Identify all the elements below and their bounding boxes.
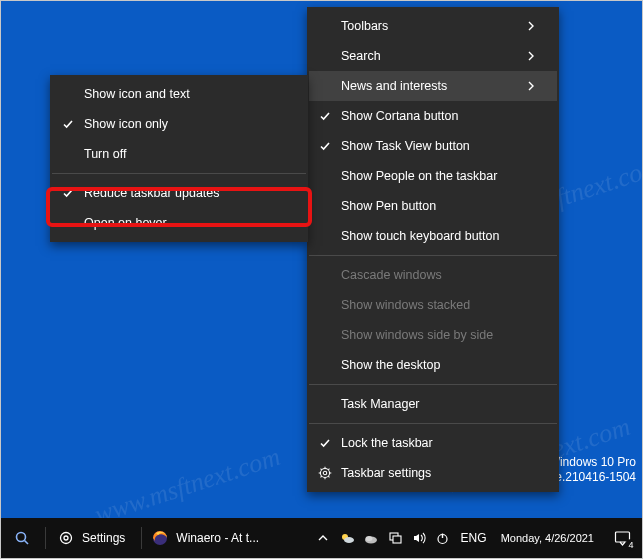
menu-item-label: Reduce taskbar updates (84, 186, 292, 200)
news-submenu-separator (52, 173, 306, 174)
menu-item-label: Cascade windows (341, 268, 543, 282)
system-tray: ENG Monday, 4/26/2021 4 (311, 518, 642, 558)
checkmark-icon (309, 140, 341, 152)
action-center-button[interactable]: 4 (602, 518, 642, 558)
news-submenu-item-show-icon-only[interactable]: Show icon only (52, 109, 306, 139)
menu-item-label: Taskbar settings (341, 466, 543, 480)
tray-chevron-up-icon[interactable] (311, 518, 335, 558)
chevron-right-icon (527, 51, 543, 61)
news-submenu-item-turn-off[interactable]: Turn off (52, 139, 306, 169)
firefox-icon (152, 530, 168, 546)
taskbar-menu-item-search[interactable]: Search (309, 41, 557, 71)
menu-item-label: Show windows side by side (341, 328, 543, 342)
taskbar-menu-item-news-and-interests[interactable]: News and interests (309, 71, 557, 101)
chevron-right-icon (527, 21, 543, 31)
checkmark-icon (309, 110, 341, 122)
taskbar-menu-item-show-pen-button[interactable]: Show Pen button (309, 191, 557, 221)
taskbar-menu-item-show-the-desktop[interactable]: Show the desktop (309, 350, 557, 380)
checkmark-icon (309, 437, 341, 449)
svg-line-11 (25, 541, 29, 545)
taskbar-menu-item-show-task-view-button[interactable]: Show Task View button (309, 131, 557, 161)
svg-line-6 (321, 469, 322, 470)
taskbar-menu-separator (309, 255, 557, 256)
menu-item-label: Show Task View button (341, 139, 543, 153)
checkmark-icon (52, 118, 84, 130)
network-icon[interactable] (383, 518, 407, 558)
search-icon (14, 530, 30, 546)
taskbar-menu-item-toolbars[interactable]: Toolbars (309, 11, 557, 41)
gear-icon (58, 530, 74, 546)
volume-icon[interactable] (407, 518, 431, 558)
taskbar-app-label: Settings (82, 531, 125, 545)
search-button[interactable] (1, 518, 43, 558)
gear-icon (309, 466, 341, 480)
svg-line-8 (321, 476, 322, 477)
watermark: www.msftnext.com (91, 442, 284, 530)
taskbar-menu-item-show-windows-side-by-side: Show windows side by side (309, 320, 557, 350)
taskbar-menu-item-show-touch-keyboard-button[interactable]: Show touch keyboard button (309, 221, 557, 251)
menu-item-label: News and interests (341, 79, 527, 93)
taskbar-app-label: Winaero - At t... (176, 531, 259, 545)
menu-item-label: Show touch keyboard button (341, 229, 543, 243)
taskbar-app-settings[interactable]: Settings (48, 518, 139, 558)
taskbar-menu-item-task-manager[interactable]: Task Manager (309, 389, 557, 419)
checkmark-icon (52, 187, 84, 199)
svg-point-10 (17, 533, 26, 542)
tray-input-language[interactable]: ENG (455, 518, 493, 558)
svg-point-0 (320, 468, 329, 477)
tray-date: Monday, 4/26/2021 (501, 532, 594, 545)
taskbar-menu-item-show-people-on-the-taskbar[interactable]: Show People on the taskbar (309, 161, 557, 191)
menu-item-label: Lock the taskbar (341, 436, 543, 450)
taskbar: Settings Winaero - At t... ENG Monday, (1, 518, 642, 558)
chevron-right-icon (527, 81, 543, 91)
menu-item-label: Show windows stacked (341, 298, 543, 312)
menu-item-label: Task Manager (341, 397, 543, 411)
menu-item-label: Turn off (84, 147, 292, 161)
power-icon[interactable] (431, 518, 455, 558)
svg-line-7 (328, 476, 329, 477)
menu-item-label: Show icon only (84, 117, 292, 131)
menu-item-label: Show Cortana button (341, 109, 543, 123)
taskbar-menu-separator (309, 423, 557, 424)
news-interests-submenu: Show icon and textShow icon onlyTurn off… (50, 75, 308, 242)
taskbar-menu-item-lock-the-taskbar[interactable]: Lock the taskbar (309, 428, 557, 458)
taskbar-menu-item-show-windows-stacked: Show windows stacked (309, 290, 557, 320)
notification-count-badge: 4 (625, 539, 637, 551)
taskbar-menu-item-show-cortana-button[interactable]: Show Cortana button (309, 101, 557, 131)
menu-item-label: Toolbars (341, 19, 527, 33)
svg-point-13 (64, 536, 68, 540)
news-submenu-item-open-on-hover[interactable]: Open on hover (52, 208, 306, 238)
taskbar-context-menu: ToolbarsSearchNews and interestsShow Cor… (307, 7, 559, 492)
svg-point-12 (61, 533, 72, 544)
svg-point-1 (323, 471, 327, 475)
menu-item-label: Show icon and text (84, 87, 292, 101)
menu-item-label: Show People on the taskbar (341, 169, 543, 183)
taskbar-menu-item-taskbar-settings[interactable]: Taskbar settings (309, 458, 557, 488)
svg-line-9 (328, 469, 329, 470)
desktop-edition-text: Windows 10 Pro se.210416-1504 (549, 455, 636, 485)
taskbar-menu-separator (309, 384, 557, 385)
weather-icon[interactable] (335, 518, 359, 558)
news-submenu-item-reduce-taskbar-updates[interactable]: Reduce taskbar updates (52, 178, 306, 208)
taskbar-app-winaero[interactable]: Winaero - At t... (144, 518, 267, 558)
menu-item-label: Search (341, 49, 527, 63)
menu-item-label: Open on hover (84, 216, 292, 230)
menu-item-label: Show Pen button (341, 199, 543, 213)
build-line: se.210416-1504 (549, 470, 636, 485)
tray-clock[interactable]: Monday, 4/26/2021 (493, 532, 602, 545)
taskbar-separator (45, 527, 46, 549)
news-submenu-item-show-icon-and-text[interactable]: Show icon and text (52, 79, 306, 109)
svg-point-18 (365, 536, 372, 541)
svg-rect-20 (393, 536, 401, 543)
edition-line: Windows 10 Pro (549, 455, 636, 470)
taskbar-separator (141, 527, 142, 549)
menu-item-label: Show the desktop (341, 358, 543, 372)
svg-point-16 (344, 537, 354, 543)
onedrive-icon[interactable] (359, 518, 383, 558)
taskbar-menu-item-cascade-windows: Cascade windows (309, 260, 557, 290)
